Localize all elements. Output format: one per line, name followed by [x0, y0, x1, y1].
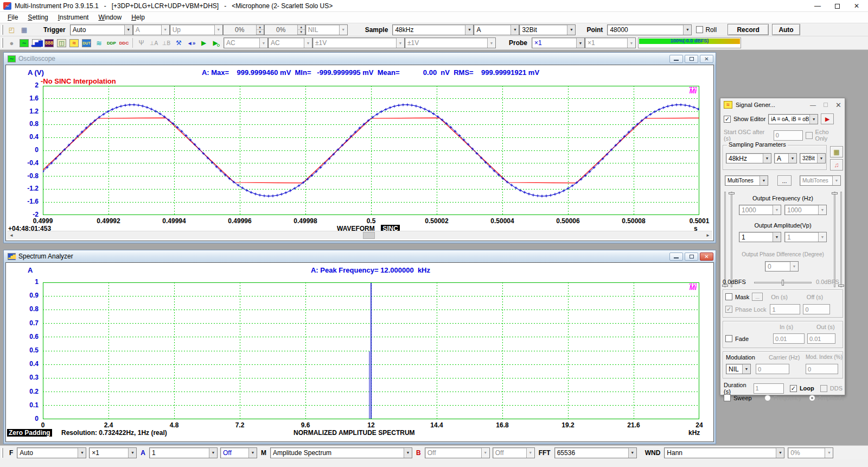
scroll-track[interactable]: [16, 231, 704, 239]
b-gain-select[interactable]: Off▼: [425, 447, 490, 458]
show-editor-checkbox[interactable]: ✓: [724, 116, 731, 123]
run-button[interactable]: ▶: [197, 37, 210, 49]
trigger-edge-select[interactable]: Up▼: [170, 24, 223, 35]
scroll-left-arrow[interactable]: ◄: [7, 231, 16, 239]
save-button[interactable]: ▦: [18, 24, 30, 35]
output-fader-b-inner[interactable]: [834, 192, 835, 287]
a-mode-select[interactable]: Off▼: [220, 447, 257, 458]
trigger-delay-spinner[interactable]: 0%▲▼: [264, 24, 305, 35]
siggen-play-button[interactable]: ▶: [821, 113, 834, 124]
trigger-hpf-select[interactable]: NIL▼: [305, 24, 348, 35]
slider-thumb[interactable]: [782, 280, 784, 286]
output-fader-a-inner[interactable]: [731, 192, 732, 287]
coupling-b-select[interactable]: AC▼: [268, 37, 312, 48]
phase-lock-checkbox[interactable]: ✓: [725, 306, 732, 313]
output-frequency-b-select[interactable]: 1000▼: [784, 205, 827, 215]
sample-channel-select[interactable]: A▼: [474, 24, 519, 35]
data-viewer-toggle[interactable]: ◫: [55, 37, 68, 49]
siggen-bits-select[interactable]: 32Bit▼: [800, 153, 826, 163]
duration-input[interactable]: 1: [754, 383, 784, 394]
menu-help[interactable]: Help: [127, 12, 149, 22]
ground-a-button[interactable]: ⊥A: [148, 37, 160, 49]
oscilloscope-toggle[interactable]: ∼: [18, 37, 30, 49]
menu-setting[interactable]: Setting: [23, 12, 52, 22]
run-loop-button[interactable]: ▶: [210, 37, 222, 49]
probe-b-select[interactable]: ×1▼: [585, 37, 636, 48]
open-file-button[interactable]: ◰: [5, 24, 18, 35]
output-fader-a-outer[interactable]: [724, 192, 726, 287]
siggen-minimize-button[interactable]: —: [810, 102, 816, 108]
scroll-right-arrow[interactable]: ►: [704, 231, 712, 239]
mask-off-input[interactable]: 0: [803, 304, 830, 314]
dds-checkbox[interactable]: [820, 385, 827, 392]
siggen-note-button[interactable]: ♫: [830, 159, 843, 171]
start-osc-input[interactable]: 0: [774, 130, 803, 141]
oscilloscope-minimize-button[interactable]: [669, 55, 683, 63]
scroll-thumb[interactable]: [363, 232, 375, 239]
siggen-sample-rate-select[interactable]: 48kHz▼: [726, 153, 771, 163]
coupling-a-select[interactable]: AC▼: [224, 37, 268, 48]
close-button[interactable]: ✕: [854, 1, 859, 11]
editor-mode-select[interactable]: iA = oA, iB = oB▼: [768, 114, 818, 124]
output-amplitude-b-select[interactable]: 1▼: [784, 232, 827, 242]
spectrum-restore-button[interactable]: [685, 253, 698, 261]
loop-checkbox[interactable]: ✓: [790, 385, 797, 392]
sweep-checkbox[interactable]: [724, 394, 731, 401]
roll-checkbox[interactable]: Roll: [696, 26, 717, 34]
derived-data-button[interactable]: ≋: [93, 37, 105, 49]
mic-calibration-button[interactable]: Ψ: [135, 37, 148, 49]
mod-index-input[interactable]: 0: [806, 364, 838, 374]
waveform-plot-area[interactable]: Mi: [43, 86, 699, 215]
spinner-arrows[interactable]: ▲▼: [256, 25, 264, 35]
freq-axis-select[interactable]: Auto▼: [17, 447, 86, 458]
overlap-select[interactable]: 0%▼: [788, 447, 833, 458]
siggen-save-button[interactable]: ▦: [830, 146, 843, 157]
spectrum-minimize-button[interactable]: [669, 253, 683, 261]
siggen-close-button[interactable]: ✕: [835, 101, 841, 109]
ddp-viewer-button[interactable]: DDP: [105, 37, 118, 49]
siggen-channel-select[interactable]: A▼: [774, 153, 797, 163]
sample-bits-select[interactable]: 32Bit▼: [519, 24, 576, 35]
trigger-mode-select[interactable]: Auto▼: [70, 24, 133, 35]
sweep-frequency-radio[interactable]: [764, 395, 771, 401]
range-a-select[interactable]: ±1V▼: [312, 37, 405, 48]
output-phase-select[interactable]: 0▼: [765, 261, 799, 272]
fade-in-input[interactable]: 0.01: [773, 333, 805, 344]
trigger-level-spinner[interactable]: 0%▲▼: [223, 24, 264, 35]
spectrum-analyzer-toggle[interactable]: ▂▅▇: [30, 37, 43, 49]
output-frequency-a-select[interactable]: 1000▼: [739, 205, 781, 215]
oscilloscope-restore-button[interactable]: [685, 55, 698, 63]
spectrum-plot-area[interactable]: Mi: [43, 282, 699, 419]
wave-a-select[interactable]: MultiTones▼: [725, 175, 768, 186]
fade-out-input[interactable]: 0.01: [807, 333, 835, 344]
menu-instrument[interactable]: Instrument: [54, 12, 93, 22]
menu-file[interactable]: File: [3, 12, 22, 22]
toolbar-grip[interactable]: [1, 448, 3, 458]
a-gain-select[interactable]: 1▼: [149, 447, 218, 458]
oscilloscope-titlebar[interactable]: ∼ Oscilloscope ✕: [4, 53, 716, 65]
mask-on-input[interactable]: 1: [770, 304, 800, 314]
toolbar-grip[interactable]: [1, 38, 3, 48]
mask-checkbox[interactable]: [725, 293, 732, 300]
wave-b-select[interactable]: MultiTones▼: [800, 175, 841, 186]
sweep-amplitude-radio[interactable]: [809, 395, 815, 401]
range-b-select[interactable]: ±1V▼: [405, 37, 496, 48]
signal-generator-titlebar[interactable]: ≈ Signal Gener... — ✕: [720, 98, 845, 111]
probe-a-select[interactable]: ×1▼: [532, 37, 585, 48]
auto-scale-button[interactable]: Auto: [772, 24, 800, 35]
dut-toggle[interactable]: DUT: [80, 37, 93, 49]
roll-checkbox-box[interactable]: [696, 26, 703, 33]
oscilloscope-close-button[interactable]: ✕: [700, 55, 713, 63]
sound-output-button[interactable]: ◄»: [185, 37, 197, 49]
analysis-mode-select[interactable]: Amplitude Spectrum▼: [270, 447, 412, 458]
slider-thumb[interactable]: [832, 192, 838, 194]
trigger-source-select[interactable]: A▼: [133, 24, 170, 35]
zoom-select[interactable]: ×1▼: [89, 447, 137, 458]
toolbar-grip[interactable]: [1, 25, 3, 35]
echo-only-checkbox[interactable]: [806, 132, 813, 139]
spinner-arrows[interactable]: ▲▼: [297, 25, 305, 35]
minimize-button[interactable]: —: [814, 1, 821, 11]
modulation-type-select[interactable]: NIL▼: [726, 364, 751, 374]
output-amplitude-a-select[interactable]: 1▼: [739, 232, 781, 242]
record-button[interactable]: Record: [727, 24, 769, 35]
